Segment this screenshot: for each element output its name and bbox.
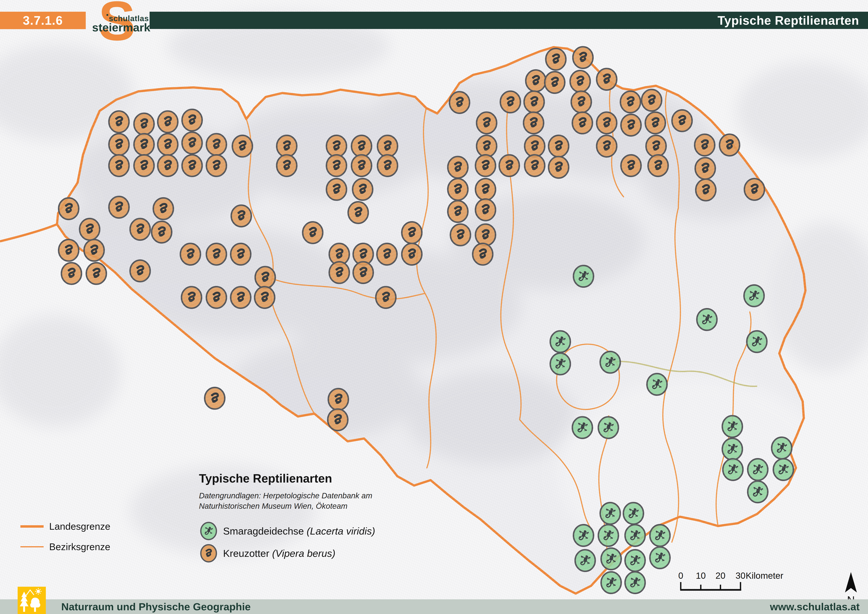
smaragdeidechse-marker: [723, 459, 743, 480]
styria-map: [0, 0, 868, 614]
boundary-label: Landesgrenze: [49, 521, 110, 532]
kreuzotter-marker: [303, 222, 323, 243]
smaragdeidechse-marker: [601, 572, 621, 594]
kreuzotter-marker: [549, 135, 569, 157]
kreuzotter-marker: [152, 221, 172, 243]
footer-website-link[interactable]: www.schulatlas.at: [770, 601, 860, 613]
smaragdeidechse-marker: [550, 353, 570, 375]
kreuzotter-marker: [134, 155, 154, 176]
kreuzotter-marker: [499, 155, 519, 176]
kreuzotter-marker: [181, 287, 202, 308]
snake-icon: [199, 543, 218, 564]
kreuzotter-marker: [573, 47, 593, 68]
kreuzotter-marker: [329, 262, 349, 283]
bezirksgrenze-line-sample: [20, 546, 43, 547]
kreuzotter-marker: [476, 155, 496, 176]
smaragdeidechse-marker: [650, 547, 670, 569]
kreuzotter-marker: [134, 134, 154, 155]
kreuzotter-marker: [353, 179, 373, 200]
kreuzotter-marker: [694, 134, 715, 156]
smaragdeidechse-marker: [550, 331, 570, 352]
kreuzotter-marker: [621, 155, 641, 176]
footer-section-title: Naturraum und Physische Geographie: [61, 601, 251, 613]
kreuzotter-marker: [477, 112, 497, 134]
scale-unit-label: Kilometer: [746, 570, 783, 581]
kreuzotter-marker: [206, 287, 226, 308]
kreuzotter-marker: [352, 135, 372, 157]
kreuzotter-marker: [646, 135, 666, 157]
kreuzotter-marker: [182, 109, 202, 131]
kreuzotter-marker: [80, 219, 100, 240]
scale-tick-0: 0: [678, 570, 684, 581]
kreuzotter-marker: [231, 205, 251, 227]
smaragdeidechse-marker: [572, 417, 592, 438]
kreuzotter-marker: [546, 48, 566, 70]
smaragdeidechse-marker: [748, 481, 768, 503]
smaragdeidechse-marker: [598, 525, 618, 546]
kreuzotter-marker: [719, 134, 739, 156]
kreuzotter-marker: [277, 135, 297, 157]
smaragdeidechse-marker: [601, 548, 621, 570]
kreuzotter-marker: [695, 158, 715, 179]
kreuzotter-marker: [109, 134, 129, 155]
smaragdeidechse-marker: [575, 550, 595, 571]
kreuzotter-marker: [61, 263, 82, 284]
kreuzotter-marker: [524, 91, 544, 113]
kreuzotter-marker: [526, 70, 546, 92]
kreuzotter-marker: [158, 155, 178, 176]
kreuzotter-marker: [620, 91, 640, 113]
scale-tick-10: 10: [696, 570, 705, 581]
kreuzotter-marker: [402, 243, 422, 265]
kreuzotter-marker: [378, 155, 398, 176]
kreuzotter-marker: [672, 110, 692, 131]
kreuzotter-marker: [473, 243, 493, 265]
schulatlas-logo: S schulatlas steiermark: [87, 0, 154, 47]
kreuzotter-marker: [524, 112, 544, 134]
kreuzotter-marker: [376, 287, 396, 308]
smaragdeidechse-marker: [600, 503, 620, 524]
scale-bar: 0 10 20 30 Kilometer: [677, 567, 811, 597]
kreuzotter-marker: [109, 111, 129, 132]
kreuzotter-marker: [182, 132, 202, 154]
kreuzotter-marker: [109, 196, 129, 218]
kreuzotter-marker: [696, 179, 716, 201]
scale-tick-30: 30: [735, 570, 746, 581]
kreuzotter-marker: [153, 198, 174, 219]
page-title: Typische Reptilienarten: [718, 13, 868, 28]
kreuzotter-marker: [352, 155, 372, 176]
kreuzotter-marker: [525, 135, 545, 157]
kreuzotter-marker: [570, 70, 590, 92]
kreuzotter-marker: [450, 224, 470, 246]
kreuzotter-marker: [476, 179, 496, 200]
legend-source-line2: Naturhistorischen Museum Wien, Ökoteam: [199, 501, 375, 511]
kreuzotter-marker: [206, 155, 226, 176]
kreuzotter-marker: [59, 239, 79, 261]
smaragdeidechse-marker: [722, 438, 742, 460]
smaragdeidechse-marker: [574, 266, 594, 287]
kreuzotter-marker: [645, 112, 665, 134]
kreuzotter-marker: [597, 112, 617, 134]
kreuzotter-marker: [448, 201, 468, 222]
kreuzotter-marker: [158, 134, 178, 155]
kreuzotter-marker: [59, 198, 79, 219]
smaragdeidechse-marker: [697, 309, 717, 330]
smaragdeidechse-marker: [650, 525, 670, 546]
smaragdeidechse-marker: [748, 459, 768, 480]
kreuzotter-marker: [571, 91, 591, 113]
header-bar: Typische Reptilienarten: [150, 12, 868, 29]
smaragdeidechse-marker: [747, 331, 767, 352]
kreuzotter-marker: [130, 260, 150, 282]
landesgrenze-line-sample: [20, 525, 43, 528]
map-number: 3.7.1.6: [23, 13, 63, 28]
smaragdeidechse-marker: [722, 416, 742, 437]
kreuzotter-marker: [353, 262, 373, 283]
smaragdeidechse-marker: [772, 437, 792, 459]
kreuzotter-marker: [525, 155, 545, 176]
legend-item-label: Kreuzotter (Vipera berus): [223, 547, 335, 559]
kreuzotter-marker: [206, 243, 226, 265]
kreuzotter-marker: [158, 111, 178, 132]
kreuzotter-marker: [402, 222, 422, 243]
kreuzotter-marker: [328, 389, 348, 410]
kreuzotter-marker: [277, 155, 297, 176]
kreuzotter-marker: [327, 155, 347, 176]
